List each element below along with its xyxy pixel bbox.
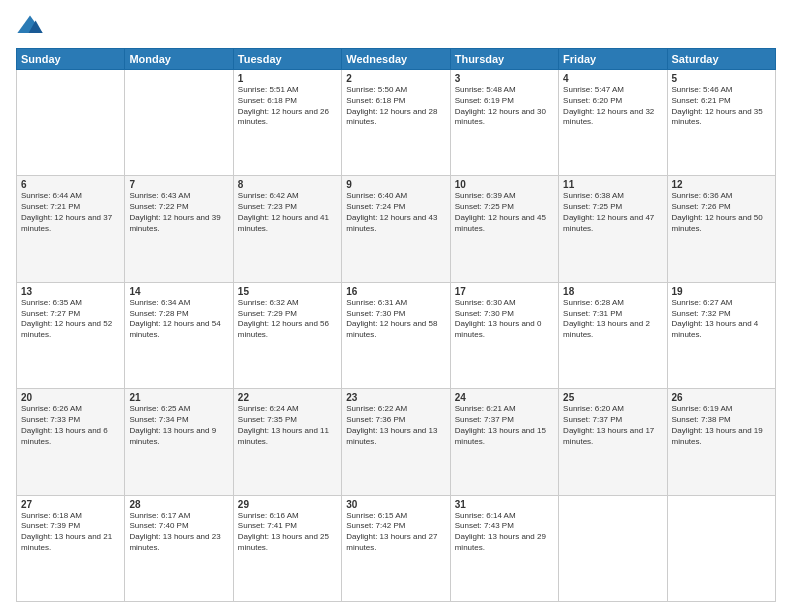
day-number: 5 <box>672 73 771 84</box>
calendar-week-4: 20Sunrise: 6:26 AM Sunset: 7:33 PM Dayli… <box>17 389 776 495</box>
calendar-cell: 29Sunrise: 6:16 AM Sunset: 7:41 PM Dayli… <box>233 495 341 601</box>
day-info: Sunrise: 6:32 AM Sunset: 7:29 PM Dayligh… <box>238 298 337 341</box>
day-info: Sunrise: 6:28 AM Sunset: 7:31 PM Dayligh… <box>563 298 662 341</box>
calendar-cell: 11Sunrise: 6:38 AM Sunset: 7:25 PM Dayli… <box>559 176 667 282</box>
day-number: 14 <box>129 286 228 297</box>
calendar-cell: 22Sunrise: 6:24 AM Sunset: 7:35 PM Dayli… <box>233 389 341 495</box>
calendar-header-row: SundayMondayTuesdayWednesdayThursdayFrid… <box>17 49 776 70</box>
header <box>16 12 776 40</box>
calendar-cell: 23Sunrise: 6:22 AM Sunset: 7:36 PM Dayli… <box>342 389 450 495</box>
day-info: Sunrise: 6:15 AM Sunset: 7:42 PM Dayligh… <box>346 511 445 554</box>
day-number: 12 <box>672 179 771 190</box>
day-info: Sunrise: 6:20 AM Sunset: 7:37 PM Dayligh… <box>563 404 662 447</box>
day-number: 25 <box>563 392 662 403</box>
day-number: 18 <box>563 286 662 297</box>
day-number: 30 <box>346 499 445 510</box>
calendar-cell: 7Sunrise: 6:43 AM Sunset: 7:22 PM Daylig… <box>125 176 233 282</box>
calendar-cell: 20Sunrise: 6:26 AM Sunset: 7:33 PM Dayli… <box>17 389 125 495</box>
day-number: 19 <box>672 286 771 297</box>
calendar-cell: 14Sunrise: 6:34 AM Sunset: 7:28 PM Dayli… <box>125 282 233 388</box>
day-info: Sunrise: 6:30 AM Sunset: 7:30 PM Dayligh… <box>455 298 554 341</box>
day-number: 9 <box>346 179 445 190</box>
day-info: Sunrise: 6:40 AM Sunset: 7:24 PM Dayligh… <box>346 191 445 234</box>
day-info: Sunrise: 6:31 AM Sunset: 7:30 PM Dayligh… <box>346 298 445 341</box>
day-info: Sunrise: 5:50 AM Sunset: 6:18 PM Dayligh… <box>346 85 445 128</box>
logo <box>16 12 48 40</box>
day-info: Sunrise: 6:24 AM Sunset: 7:35 PM Dayligh… <box>238 404 337 447</box>
day-number: 2 <box>346 73 445 84</box>
day-number: 8 <box>238 179 337 190</box>
calendar-cell: 9Sunrise: 6:40 AM Sunset: 7:24 PM Daylig… <box>342 176 450 282</box>
day-info: Sunrise: 6:25 AM Sunset: 7:34 PM Dayligh… <box>129 404 228 447</box>
day-info: Sunrise: 6:27 AM Sunset: 7:32 PM Dayligh… <box>672 298 771 341</box>
day-info: Sunrise: 6:43 AM Sunset: 7:22 PM Dayligh… <box>129 191 228 234</box>
calendar-header-wednesday: Wednesday <box>342 49 450 70</box>
day-number: 7 <box>129 179 228 190</box>
calendar-cell: 28Sunrise: 6:17 AM Sunset: 7:40 PM Dayli… <box>125 495 233 601</box>
day-number: 28 <box>129 499 228 510</box>
day-number: 21 <box>129 392 228 403</box>
calendar-cell: 30Sunrise: 6:15 AM Sunset: 7:42 PM Dayli… <box>342 495 450 601</box>
day-number: 22 <box>238 392 337 403</box>
day-info: Sunrise: 5:47 AM Sunset: 6:20 PM Dayligh… <box>563 85 662 128</box>
day-number: 29 <box>238 499 337 510</box>
calendar-week-2: 6Sunrise: 6:44 AM Sunset: 7:21 PM Daylig… <box>17 176 776 282</box>
calendar-cell <box>667 495 775 601</box>
day-number: 26 <box>672 392 771 403</box>
day-number: 15 <box>238 286 337 297</box>
day-info: Sunrise: 6:36 AM Sunset: 7:26 PM Dayligh… <box>672 191 771 234</box>
calendar-cell <box>559 495 667 601</box>
day-info: Sunrise: 6:21 AM Sunset: 7:37 PM Dayligh… <box>455 404 554 447</box>
day-number: 4 <box>563 73 662 84</box>
day-number: 24 <box>455 392 554 403</box>
calendar-header-thursday: Thursday <box>450 49 558 70</box>
calendar-cell: 8Sunrise: 6:42 AM Sunset: 7:23 PM Daylig… <box>233 176 341 282</box>
day-info: Sunrise: 6:39 AM Sunset: 7:25 PM Dayligh… <box>455 191 554 234</box>
calendar-cell: 27Sunrise: 6:18 AM Sunset: 7:39 PM Dayli… <box>17 495 125 601</box>
calendar-week-5: 27Sunrise: 6:18 AM Sunset: 7:39 PM Dayli… <box>17 495 776 601</box>
calendar-cell: 15Sunrise: 6:32 AM Sunset: 7:29 PM Dayli… <box>233 282 341 388</box>
calendar-cell: 16Sunrise: 6:31 AM Sunset: 7:30 PM Dayli… <box>342 282 450 388</box>
day-number: 31 <box>455 499 554 510</box>
day-number: 16 <box>346 286 445 297</box>
calendar-cell: 1Sunrise: 5:51 AM Sunset: 6:18 PM Daylig… <box>233 70 341 176</box>
day-info: Sunrise: 6:38 AM Sunset: 7:25 PM Dayligh… <box>563 191 662 234</box>
calendar-cell: 18Sunrise: 6:28 AM Sunset: 7:31 PM Dayli… <box>559 282 667 388</box>
day-info: Sunrise: 6:34 AM Sunset: 7:28 PM Dayligh… <box>129 298 228 341</box>
day-info: Sunrise: 6:42 AM Sunset: 7:23 PM Dayligh… <box>238 191 337 234</box>
calendar-header-friday: Friday <box>559 49 667 70</box>
calendar-cell <box>17 70 125 176</box>
day-number: 17 <box>455 286 554 297</box>
calendar-header-tuesday: Tuesday <box>233 49 341 70</box>
calendar-cell: 17Sunrise: 6:30 AM Sunset: 7:30 PM Dayli… <box>450 282 558 388</box>
day-info: Sunrise: 5:46 AM Sunset: 6:21 PM Dayligh… <box>672 85 771 128</box>
calendar-week-3: 13Sunrise: 6:35 AM Sunset: 7:27 PM Dayli… <box>17 282 776 388</box>
calendar-week-1: 1Sunrise: 5:51 AM Sunset: 6:18 PM Daylig… <box>17 70 776 176</box>
calendar-cell: 31Sunrise: 6:14 AM Sunset: 7:43 PM Dayli… <box>450 495 558 601</box>
calendar-cell: 6Sunrise: 6:44 AM Sunset: 7:21 PM Daylig… <box>17 176 125 282</box>
calendar-cell: 26Sunrise: 6:19 AM Sunset: 7:38 PM Dayli… <box>667 389 775 495</box>
day-info: Sunrise: 6:18 AM Sunset: 7:39 PM Dayligh… <box>21 511 120 554</box>
day-number: 1 <box>238 73 337 84</box>
calendar-header-sunday: Sunday <box>17 49 125 70</box>
calendar-cell: 24Sunrise: 6:21 AM Sunset: 7:37 PM Dayli… <box>450 389 558 495</box>
calendar-header-monday: Monday <box>125 49 233 70</box>
day-number: 23 <box>346 392 445 403</box>
day-info: Sunrise: 6:14 AM Sunset: 7:43 PM Dayligh… <box>455 511 554 554</box>
calendar-cell: 10Sunrise: 6:39 AM Sunset: 7:25 PM Dayli… <box>450 176 558 282</box>
day-number: 11 <box>563 179 662 190</box>
day-number: 13 <box>21 286 120 297</box>
calendar-cell: 5Sunrise: 5:46 AM Sunset: 6:21 PM Daylig… <box>667 70 775 176</box>
logo-icon <box>16 12 44 40</box>
day-number: 3 <box>455 73 554 84</box>
day-info: Sunrise: 5:48 AM Sunset: 6:19 PM Dayligh… <box>455 85 554 128</box>
calendar-cell: 19Sunrise: 6:27 AM Sunset: 7:32 PM Dayli… <box>667 282 775 388</box>
calendar-cell: 13Sunrise: 6:35 AM Sunset: 7:27 PM Dayli… <box>17 282 125 388</box>
day-info: Sunrise: 6:19 AM Sunset: 7:38 PM Dayligh… <box>672 404 771 447</box>
calendar-cell: 2Sunrise: 5:50 AM Sunset: 6:18 PM Daylig… <box>342 70 450 176</box>
calendar-header-saturday: Saturday <box>667 49 775 70</box>
calendar-cell <box>125 70 233 176</box>
day-number: 6 <box>21 179 120 190</box>
day-number: 27 <box>21 499 120 510</box>
day-info: Sunrise: 5:51 AM Sunset: 6:18 PM Dayligh… <box>238 85 337 128</box>
